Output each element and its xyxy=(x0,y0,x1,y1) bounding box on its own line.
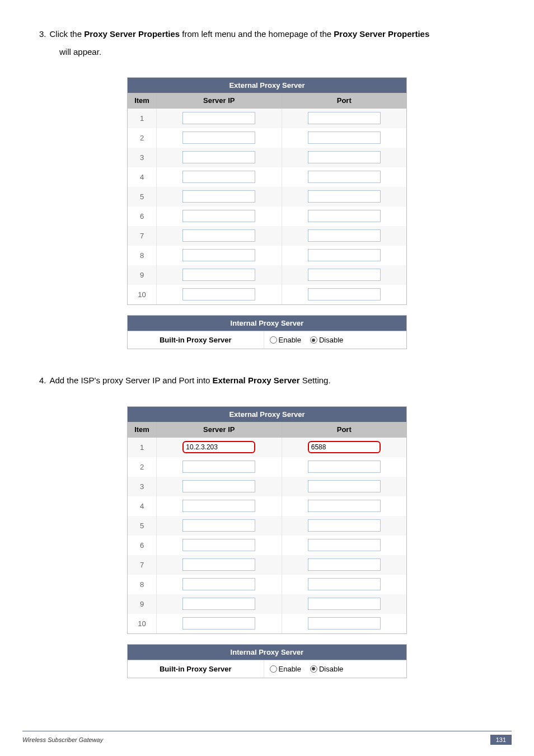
port-input[interactable] xyxy=(308,112,381,124)
row-index: 5 xyxy=(128,187,157,206)
table-row: 5 xyxy=(128,187,406,206)
port-input[interactable] xyxy=(308,578,381,590)
server-ip-input[interactable] xyxy=(182,480,255,492)
col-port: Port xyxy=(282,93,407,109)
page-footer: Wireless Subscriber Gateway 131 xyxy=(22,731,512,745)
table-row: 8 xyxy=(128,575,406,594)
server-ip-input[interactable] xyxy=(182,578,255,590)
server-ip-input[interactable] xyxy=(182,500,255,512)
int-title: Internal Proxy Server xyxy=(128,645,406,660)
external-proxy-table-filled: External Proxy Server Item Server IP Por… xyxy=(127,406,407,634)
ext-title: External Proxy Server xyxy=(128,78,406,93)
port-input[interactable] xyxy=(308,558,381,571)
row-index: 8 xyxy=(128,575,157,594)
port-input[interactable] xyxy=(308,288,381,300)
server-ip-input[interactable] xyxy=(182,519,255,532)
disable-radio[interactable]: Disable xyxy=(310,336,343,344)
row-index: 10 xyxy=(128,614,157,633)
port-input[interactable] xyxy=(308,210,381,222)
ext-title: External Proxy Server xyxy=(128,407,406,422)
port-input[interactable] xyxy=(308,500,381,512)
port-input[interactable] xyxy=(308,269,381,281)
server-ip-input[interactable] xyxy=(182,210,255,222)
server-ip-input[interactable] xyxy=(182,617,255,630)
row-index: 1 xyxy=(128,438,157,457)
row-index: 5 xyxy=(128,516,157,536)
server-ip-input[interactable] xyxy=(182,598,255,610)
row-index: 6 xyxy=(128,536,157,555)
port-input[interactable] xyxy=(308,598,381,610)
table-row: 7 xyxy=(128,555,406,575)
row-index: 8 xyxy=(128,246,157,265)
server-ip-input[interactable] xyxy=(182,461,255,473)
table-row: 5 xyxy=(128,516,406,536)
server-ip-input[interactable] xyxy=(182,288,255,300)
server-ip-input[interactable] xyxy=(182,441,255,453)
port-input[interactable] xyxy=(308,441,381,453)
table-row: 6 xyxy=(128,206,406,226)
table-row: 1 xyxy=(128,438,406,457)
server-ip-input[interactable] xyxy=(182,558,255,571)
col-port: Port xyxy=(282,422,407,438)
row-index: 9 xyxy=(128,594,157,614)
step-3-text: 3.Click the Proxy Server Properties from… xyxy=(39,25,512,60)
table-row: 10 xyxy=(128,285,406,304)
row-index: 4 xyxy=(128,167,157,187)
col-item: Item xyxy=(128,422,157,438)
row-index: 2 xyxy=(128,128,157,148)
server-ip-input[interactable] xyxy=(182,151,255,163)
port-input[interactable] xyxy=(308,229,381,242)
col-item: Item xyxy=(128,93,157,109)
page-number: 131 xyxy=(490,735,512,745)
table-row: 4 xyxy=(128,167,406,187)
row-index: 6 xyxy=(128,206,157,226)
table-row: 1 xyxy=(128,109,406,128)
table-row: 3 xyxy=(128,477,406,496)
table-row: 6 xyxy=(128,536,406,555)
port-input[interactable] xyxy=(308,539,381,551)
server-ip-input[interactable] xyxy=(182,229,255,242)
step-4-text: 4.Add the ISP's proxy Server IP and Port… xyxy=(39,372,512,389)
col-server-ip: Server IP xyxy=(157,93,282,109)
server-ip-input[interactable] xyxy=(182,249,255,261)
port-input[interactable] xyxy=(308,171,381,183)
port-input[interactable] xyxy=(308,132,381,144)
table-row: 2 xyxy=(128,128,406,148)
col-server-ip: Server IP xyxy=(157,422,282,438)
port-input[interactable] xyxy=(308,461,381,473)
row-index: 9 xyxy=(128,265,157,285)
builtin-label: Built-in Proxy Server xyxy=(128,660,264,678)
port-input[interactable] xyxy=(308,190,381,203)
port-input[interactable] xyxy=(308,249,381,261)
table-row: 9 xyxy=(128,594,406,614)
external-proxy-table-blank: External Proxy Server Item Server IP Por… xyxy=(127,77,407,305)
server-ip-input[interactable] xyxy=(182,132,255,144)
server-ip-input[interactable] xyxy=(182,269,255,281)
disable-radio[interactable]: Disable xyxy=(310,665,343,673)
row-index: 3 xyxy=(128,148,157,167)
row-index: 4 xyxy=(128,496,157,516)
table-row: 4 xyxy=(128,496,406,516)
table-row: 2 xyxy=(128,457,406,477)
server-ip-input[interactable] xyxy=(182,171,255,183)
row-index: 2 xyxy=(128,457,157,477)
port-input[interactable] xyxy=(308,519,381,532)
builtin-label: Built-in Proxy Server xyxy=(128,331,264,349)
port-input[interactable] xyxy=(308,151,381,163)
table-row: 7 xyxy=(128,226,406,246)
table-row: 9 xyxy=(128,265,406,285)
server-ip-input[interactable] xyxy=(182,539,255,551)
table-row: 8 xyxy=(128,246,406,265)
int-title: Internal Proxy Server xyxy=(128,316,406,331)
enable-radio[interactable]: Enable xyxy=(270,665,301,673)
row-index: 7 xyxy=(128,226,157,246)
enable-radio[interactable]: Enable xyxy=(270,336,301,344)
port-input[interactable] xyxy=(308,480,381,492)
port-input[interactable] xyxy=(308,617,381,630)
table-row: 3 xyxy=(128,148,406,167)
row-index: 10 xyxy=(128,285,157,304)
row-index: 7 xyxy=(128,555,157,575)
server-ip-input[interactable] xyxy=(182,112,255,124)
internal-proxy-filled: Internal Proxy Server Built-in Proxy Ser… xyxy=(127,644,407,678)
server-ip-input[interactable] xyxy=(182,190,255,203)
